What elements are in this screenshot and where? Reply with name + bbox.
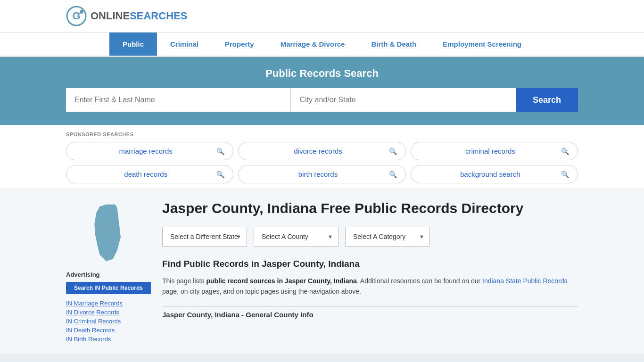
search-icon-5: 🔍 [389, 171, 397, 178]
logo-text: ONLINESEARCHES [91, 10, 187, 22]
sidebar-link-birth[interactable]: IN Birth Records [66, 336, 151, 343]
hero-section: Public Records Search Search [0, 57, 644, 125]
svg-point-2 [80, 10, 83, 14]
page-title: Jasper County, Indiana Free Public Recor… [162, 199, 578, 217]
sponsored-section: SPONSORED SEARCHES marriage records 🔍 di… [0, 125, 644, 188]
sidebar-link-death[interactable]: IN Death Records [66, 327, 151, 334]
main-nav: Public Criminal Property Marriage & Divo… [0, 33, 644, 57]
category-select[interactable]: Select A Category [345, 227, 430, 247]
sponsored-item-divorce[interactable]: divorce records 🔍 [238, 142, 405, 160]
nav-marriage-divorce[interactable]: Marriage & Divorce [267, 33, 358, 56]
sponsored-item-criminal[interactable]: criminal records 🔍 [411, 142, 578, 160]
sponsored-item-birth[interactable]: birth records 🔍 [238, 165, 405, 183]
search-icon-4: 🔍 [216, 171, 224, 178]
main-content: Advertising Search IN Public Records IN … [0, 188, 644, 354]
sidebar-link-marriage[interactable]: IN Marriage Records [66, 300, 151, 307]
find-title: Find Public Records in Jasper County, In… [162, 259, 578, 269]
content-panel: Jasper County, Indiana Free Public Recor… [162, 188, 578, 354]
name-input[interactable] [66, 88, 291, 112]
svg-text:G: G [72, 10, 80, 22]
logo[interactable]: G ONLINESEARCHES [66, 6, 187, 26]
location-input[interactable] [291, 88, 515, 112]
sponsored-item-background[interactable]: background search 🔍 [411, 165, 578, 183]
nav-criminal[interactable]: Criminal [157, 33, 212, 56]
nav-property[interactable]: Property [212, 33, 267, 56]
sidebar: Advertising Search IN Public Records IN … [66, 188, 151, 354]
sponsored-item-death[interactable]: death records 🔍 [66, 165, 233, 183]
state-select[interactable]: Select a Different State [162, 227, 247, 247]
site-header: G ONLINESEARCHES [0, 0, 644, 33]
nav-employment[interactable]: Employment Screening [429, 33, 535, 56]
search-icon-3: 🔍 [561, 148, 569, 155]
sponsored-item-marriage[interactable]: marriage records 🔍 [66, 142, 233, 160]
hero-title: Public Records Search [66, 67, 578, 80]
sponsored-label: SPONSORED SEARCHES [66, 132, 578, 137]
county-select[interactable]: Select A County [254, 227, 339, 247]
ad-label: Advertising [66, 271, 151, 278]
section-heading: Jasper County, Indiana - General County … [162, 311, 314, 319]
state-select-wrapper: Select a Different State [162, 227, 247, 247]
logo-icon: G [66, 6, 87, 26]
section-divider: Jasper County, Indiana - General County … [162, 306, 578, 319]
sidebar-link-divorce[interactable]: IN Divorce Records [66, 309, 151, 316]
category-select-wrapper: Select A Category [345, 227, 430, 247]
description-text: This page lists public record sources in… [162, 276, 578, 297]
search-icon-6: 🔍 [561, 171, 569, 178]
search-button[interactable]: Search [516, 88, 578, 112]
nav-public[interactable]: Public [109, 33, 157, 56]
state-map-indiana [80, 202, 137, 263]
search-icon-1: 🔍 [216, 148, 224, 155]
ad-button[interactable]: Search IN Public Records [66, 282, 151, 294]
search-bar: Search [66, 88, 578, 112]
nav-birth-death[interactable]: Birth & Death [358, 33, 429, 56]
indiana-link[interactable]: Indiana State Public Records [482, 277, 568, 285]
svg-marker-4 [94, 205, 121, 262]
sponsored-grid: marriage records 🔍 divorce records 🔍 cri… [66, 142, 578, 183]
sidebar-link-criminal[interactable]: IN Criminal Records [66, 318, 151, 325]
selects-row: Select a Different State Select A County… [162, 227, 578, 247]
search-icon-2: 🔍 [389, 148, 397, 155]
county-select-wrapper: Select A County [254, 227, 339, 247]
